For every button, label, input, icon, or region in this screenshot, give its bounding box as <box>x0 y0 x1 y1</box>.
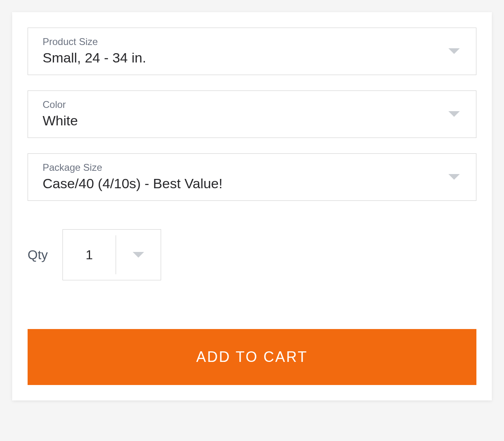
quantity-row: Qty <box>28 229 476 280</box>
product-size-value: Small, 24 - 34 in. <box>43 50 146 66</box>
package-size-content: Package Size Case/40 (4/10s) - Best Valu… <box>43 162 222 191</box>
product-size-label: Product Size <box>43 36 146 47</box>
package-size-value: Case/40 (4/10s) - Best Value! <box>43 176 222 191</box>
product-size-select[interactable]: Product Size Small, 24 - 34 in. <box>28 28 476 75</box>
chevron-down-icon <box>133 252 144 258</box>
color-label: Color <box>43 99 78 110</box>
color-select[interactable]: Color White <box>28 90 476 138</box>
chevron-down-icon <box>448 174 460 180</box>
add-to-cart-button[interactable]: ADD TO CART <box>28 329 476 385</box>
color-content: Color White <box>43 99 78 129</box>
product-options-card: Product Size Small, 24 - 34 in. Color Wh… <box>12 12 492 400</box>
chevron-down-icon <box>448 48 460 54</box>
quantity-stepper <box>62 229 161 280</box>
color-value: White <box>43 113 78 129</box>
quantity-label: Qty <box>28 247 48 262</box>
chevron-down-icon <box>448 111 460 117</box>
package-size-label: Package Size <box>43 162 222 173</box>
quantity-input[interactable] <box>63 230 116 280</box>
quantity-dropdown[interactable] <box>116 230 161 280</box>
product-size-content: Product Size Small, 24 - 34 in. <box>43 36 146 66</box>
package-size-select[interactable]: Package Size Case/40 (4/10s) - Best Valu… <box>28 153 476 201</box>
